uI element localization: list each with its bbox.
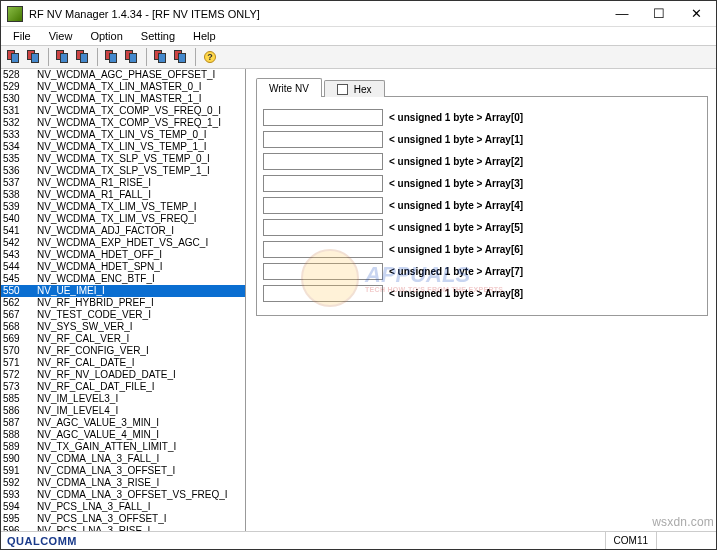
array-type-label: < unsigned 1 byte > Array[5] xyxy=(383,222,523,233)
menu-help[interactable]: Help xyxy=(185,29,224,43)
list-item[interactable]: 535NV_WCDMA_TX_SLP_VS_TEMP_0_I xyxy=(1,153,245,165)
list-item[interactable]: 534NV_WCDMA_TX_LIN_VS_TEMP_1_I xyxy=(1,141,245,153)
list-item[interactable]: 539NV_WCDMA_TX_LIM_VS_TEMP_I xyxy=(1,201,245,213)
list-item[interactable]: 537NV_WCDMA_R1_RISE_I xyxy=(1,177,245,189)
status-bar: QUALCOMM COM11 xyxy=(1,531,716,549)
list-item[interactable]: 542NV_WCDMA_EXP_HDET_VS_AGC_I xyxy=(1,237,245,249)
list-item-id: 567 xyxy=(1,309,27,321)
list-item[interactable]: 545NV_WCDMA_ENC_BTF_I xyxy=(1,273,245,285)
minimize-button[interactable]: — xyxy=(604,2,640,26)
list-item[interactable]: 590NV_CDMA_LNA_3_FALL_I xyxy=(1,453,245,465)
list-item[interactable]: 543NV_WCDMA_HDET_OFF_I xyxy=(1,249,245,261)
toolbar-button-6[interactable] xyxy=(123,48,141,66)
list-item-id: 536 xyxy=(1,165,27,177)
array-input-5[interactable] xyxy=(263,219,383,236)
array-input-2[interactable] xyxy=(263,153,383,170)
list-item[interactable]: 573NV_RF_CAL_DAT_FILE_I xyxy=(1,381,245,393)
toolbar-button-1[interactable] xyxy=(5,48,23,66)
array-type-label: < unsigned 1 byte > Array[7] xyxy=(383,266,523,277)
array-field: < unsigned 1 byte > Array[2] xyxy=(263,151,701,172)
list-item-label: NV_PCS_LNA_3_FALL_I xyxy=(27,501,150,513)
list-item[interactable]: 532NV_WCDMA_TX_COMP_VS_FREQ_1_I xyxy=(1,117,245,129)
array-input-0[interactable] xyxy=(263,109,383,126)
menu-file[interactable]: File xyxy=(5,29,39,43)
list-item[interactable]: 587NV_AGC_VALUE_3_MIN_I xyxy=(1,417,245,429)
menu-option[interactable]: Option xyxy=(82,29,130,43)
toolbar-help-button[interactable]: ? xyxy=(201,48,219,66)
list-item-label: NV_AGC_VALUE_3_MIN_I xyxy=(27,417,159,429)
list-item[interactable]: 540NV_WCDMA_TX_LIM_VS_FREQ_I xyxy=(1,213,245,225)
close-button[interactable]: ✕ xyxy=(678,2,714,26)
list-item-label: NV_WCDMA_R1_FALL_I xyxy=(27,189,151,201)
list-item[interactable]: 594NV_PCS_LNA_3_FALL_I xyxy=(1,501,245,513)
list-item-label: NV_WCDMA_HDET_SPN_I xyxy=(27,261,163,273)
list-item-id: 545 xyxy=(1,273,27,285)
tab-write-nv[interactable]: Write NV xyxy=(256,78,322,97)
toolbar-button-8[interactable] xyxy=(172,48,190,66)
list-item[interactable]: 529NV_WCDMA_TX_LIN_MASTER_0_I xyxy=(1,81,245,93)
list-item-label: NV_WCDMA_EXP_HDET_VS_AGC_I xyxy=(27,237,208,249)
tab-container: Write NV Hex < unsigned 1 byte > Array[0… xyxy=(256,77,708,316)
list-item[interactable]: 569NV_RF_CAL_VER_I xyxy=(1,333,245,345)
menu-view[interactable]: View xyxy=(41,29,81,43)
list-item[interactable]: 595NV_PCS_LNA_3_OFFSET_I xyxy=(1,513,245,525)
array-input-3[interactable] xyxy=(263,175,383,192)
array-input-7[interactable] xyxy=(263,263,383,280)
list-item-id: 590 xyxy=(1,453,27,465)
list-item[interactable]: 592NV_CDMA_LNA_3_RISE_I xyxy=(1,477,245,489)
array-input-8[interactable] xyxy=(263,285,383,302)
list-item-label: NV_RF_CAL_VER_I xyxy=(27,333,129,345)
maximize-button[interactable]: ☐ xyxy=(641,2,677,26)
list-item-label: NV_RF_CAL_DATE_I xyxy=(27,357,135,369)
list-item[interactable]: 533NV_WCDMA_TX_LIN_VS_TEMP_0_I xyxy=(1,129,245,141)
list-item-id: 531 xyxy=(1,105,27,117)
list-item[interactable]: 544NV_WCDMA_HDET_SPN_I xyxy=(1,261,245,273)
list-item[interactable]: 531NV_WCDMA_TX_COMP_VS_FREQ_0_I xyxy=(1,105,245,117)
list-item[interactable]: 588NV_AGC_VALUE_4_MIN_I xyxy=(1,429,245,441)
list-item[interactable]: 585NV_IM_LEVEL3_I xyxy=(1,393,245,405)
list-item[interactable]: 538NV_WCDMA_R1_FALL_I xyxy=(1,189,245,201)
list-item[interactable]: 536NV_WCDMA_TX_SLP_VS_TEMP_1_I xyxy=(1,165,245,177)
list-item[interactable]: 570NV_RF_CONFIG_VER_I xyxy=(1,345,245,357)
list-item[interactable]: 541NV_WCDMA_ADJ_FACTOR_I xyxy=(1,225,245,237)
list-item-id: 587 xyxy=(1,417,27,429)
list-item-id: 595 xyxy=(1,513,27,525)
list-item[interactable]: 589NV_TX_GAIN_ATTEN_LIMIT_I xyxy=(1,441,245,453)
list-item-label: NV_WCDMA_ADJ_FACTOR_I xyxy=(27,225,174,237)
list-item[interactable]: 528NV_WCDMA_AGC_PHASE_OFFSET_I xyxy=(1,69,245,81)
toolbar-button-4[interactable] xyxy=(74,48,92,66)
list-item[interactable]: 586NV_IM_LEVEL4_I xyxy=(1,405,245,417)
list-item-id: 589 xyxy=(1,441,27,453)
hex-checkbox[interactable] xyxy=(337,84,348,95)
list-item[interactable]: 591NV_CDMA_LNA_3_OFFSET_I xyxy=(1,465,245,477)
list-item[interactable]: 568NV_SYS_SW_VER_I xyxy=(1,321,245,333)
list-item-label: NV_WCDMA_TX_LIN_VS_TEMP_0_I xyxy=(27,129,207,141)
menu-setting[interactable]: Setting xyxy=(133,29,183,43)
toolbar-button-2[interactable] xyxy=(25,48,43,66)
list-item[interactable]: 550NV_UE_IMEI_I xyxy=(1,285,245,297)
list-item[interactable]: 562NV_RF_HYBRID_PREF_I xyxy=(1,297,245,309)
list-item-id: 540 xyxy=(1,213,27,225)
list-item-id: 538 xyxy=(1,189,27,201)
list-item[interactable]: 572NV_RF_NV_LOADED_DATE_I xyxy=(1,369,245,381)
array-input-1[interactable] xyxy=(263,131,383,148)
window-controls: — ☐ ✕ xyxy=(604,2,714,26)
nv-item-list[interactable]: 528NV_WCDMA_AGC_PHASE_OFFSET_I529NV_WCDM… xyxy=(1,69,246,531)
toolbar: ? xyxy=(1,45,716,69)
array-input-4[interactable] xyxy=(263,197,383,214)
toolbar-button-5[interactable] xyxy=(103,48,121,66)
list-item[interactable]: 593NV_CDMA_LNA_3_OFFSET_VS_FREQ_I xyxy=(1,489,245,501)
tab-hex[interactable]: Hex xyxy=(324,80,385,97)
list-item-id: 570 xyxy=(1,345,27,357)
list-item-label: NV_WCDMA_TX_LIN_MASTER_0_I xyxy=(27,81,202,93)
menubar: File View Option Setting Help xyxy=(1,27,716,45)
list-item[interactable]: 530NV_WCDMA_TX_LIN_MASTER_1_I xyxy=(1,93,245,105)
toolbar-button-7[interactable] xyxy=(152,48,170,66)
list-item[interactable]: 571NV_RF_CAL_DATE_I xyxy=(1,357,245,369)
array-type-label: < unsigned 1 byte > Array[3] xyxy=(383,178,523,189)
toolbar-button-3[interactable] xyxy=(54,48,72,66)
array-input-6[interactable] xyxy=(263,241,383,258)
list-item-id: 528 xyxy=(1,69,27,81)
list-item[interactable]: 567NV_TEST_CODE_VER_I xyxy=(1,309,245,321)
list-item-label: NV_WCDMA_TX_SLP_VS_TEMP_0_I xyxy=(27,153,210,165)
